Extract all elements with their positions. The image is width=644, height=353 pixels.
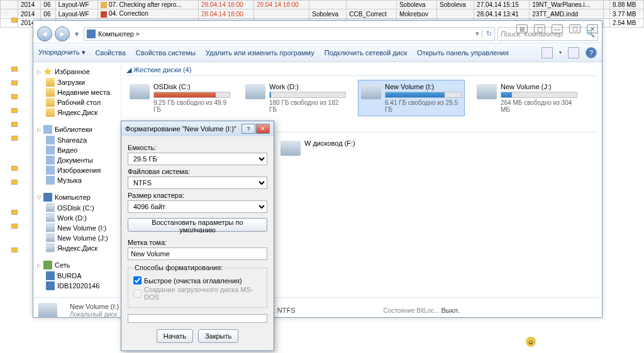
sidebar-item[interactable]: OSDisk (C:) — [33, 203, 121, 213]
status-bar: New Volume (I:) Исп...Локальный диск Сво… — [33, 297, 602, 322]
sidebar-item[interactable]: New Volume (I:) — [33, 223, 121, 233]
sidebar-item[interactable]: Музыка — [33, 175, 121, 185]
drive-item[interactable]: OSDisk (C:)9.25 ГБ свободно из 49.9 ГБ — [126, 80, 233, 116]
drive-icon — [245, 84, 265, 99]
sidebar-item[interactable]: Видео — [33, 145, 121, 155]
forward-button[interactable]: ► — [55, 26, 70, 41]
cluster-label: Размер кластера: — [128, 192, 267, 199]
background-table: 201406Layout-WF 07. Checking after repro… — [0, 0, 644, 16]
sidebar-item[interactable]: BURDA — [33, 271, 121, 281]
drive-item[interactable]: New Volume (I:)6.41 ГБ свободно из 29.5 … — [358, 80, 465, 116]
format-methods-group: Способы форматирования: Быстрое (очистка… — [128, 264, 267, 308]
dialog-close-button[interactable]: ✕ — [256, 124, 270, 134]
smiley-icon: ☺ — [526, 337, 536, 347]
sidebar-item[interactable]: Документы — [33, 155, 121, 165]
history-dropdown[interactable]: ▾ — [72, 26, 81, 41]
uninstall-button[interactable]: Удалить или изменить программу — [206, 49, 314, 57]
computer-icon — [87, 30, 96, 38]
sidebar-network[interactable]: ▷Сеть — [33, 259, 121, 271]
dvd-icon — [280, 141, 301, 156]
sidebar-item[interactable]: Изображения — [33, 165, 121, 175]
sidebar-item[interactable]: Рабочий стол — [33, 97, 121, 107]
sidebar-libraries[interactable]: ▷Библиотеки — [33, 124, 121, 135]
back-button[interactable]: ◄ — [37, 26, 52, 41]
restore-defaults-button[interactable]: Восстановить параметры по умолчанию — [128, 218, 267, 232]
explorer-window: ⊞ ▢ — ☐ ✕ ◄ ► ▾ Компьютер ▸ ▾ ↻ Поиск: К… — [33, 20, 602, 318]
sidebar-item[interactable]: Shareaza — [33, 135, 121, 145]
sidebar-item[interactable]: New Volume (J:) — [33, 233, 121, 243]
organize-button[interactable]: Упорядочить ▾ — [38, 48, 86, 57]
view2-icon[interactable]: ▢ — [534, 24, 545, 33]
drive-icon — [130, 84, 150, 99]
sidebar-item[interactable]: Загрузки — [33, 77, 121, 87]
address-bar[interactable]: Компьютер ▸ ▾ ↻ — [84, 27, 495, 41]
sidebar-item[interactable]: Яндекс.Диск — [33, 107, 121, 117]
drive-item[interactable]: Work (D:)180 ГБ свободно из 182 ГБ — [242, 80, 349, 116]
filesystem-select[interactable]: NTFS — [128, 176, 267, 189]
capacity-label: Емкость: — [128, 144, 267, 151]
sidebar-item[interactable]: Недавние места — [33, 87, 121, 97]
refresh-icon[interactable]: ↻ — [482, 30, 492, 38]
preview-pane-icon[interactable] — [568, 47, 579, 58]
volume-label-label: Метка тома: — [128, 239, 267, 246]
addr-dropdown-icon[interactable]: ▾ — [475, 30, 479, 38]
dialog-help-button[interactable]: ? — [242, 124, 255, 134]
maximize-button[interactable]: ☐ — [569, 24, 580, 33]
sidebar-item[interactable]: Яндекс.Диск — [33, 243, 121, 253]
msdos-boot-checkbox — [133, 290, 142, 298]
toolbar: Упорядочить ▾ Свойства Свойства системы … — [33, 43, 602, 62]
volume-label-input[interactable] — [128, 247, 267, 260]
progress-bar — [128, 314, 267, 323]
properties-button[interactable]: Свойства — [96, 49, 126, 57]
breadcrumb[interactable]: Компьютер — [98, 30, 134, 38]
capacity-select[interactable]: 29.5 ГБ — [128, 153, 267, 165]
sidebar-item[interactable]: Work (D:) — [33, 213, 121, 223]
control-panel-button[interactable]: Открыть панель управления — [417, 49, 508, 57]
format-dialog: Форматирование "New Volume (I:)" ? ✕ Емк… — [121, 121, 274, 351]
breadcrumb-sep: ▸ — [136, 30, 140, 38]
background-flags — [11, 18, 27, 261]
dialog-titlebar[interactable]: Форматирование "New Volume (I:)" ? ✕ — [121, 121, 274, 136]
help-icon[interactable]: ? — [586, 47, 597, 58]
sidebar: ▷Избранное ЗагрузкиНедавние местаРабочий… — [33, 62, 121, 297]
window-controls: ⊞ ▢ — ☐ ✕ — [516, 24, 598, 33]
status-drive-icon — [38, 303, 57, 318]
drive-icon — [477, 84, 497, 99]
cluster-select[interactable]: 4096 байт — [128, 200, 267, 213]
drive-icon — [361, 84, 381, 99]
start-button[interactable]: Начать — [157, 329, 193, 343]
sys-properties-button[interactable]: Свойства системы — [136, 49, 196, 57]
map-drive-button[interactable]: Подключить сетевой диск — [325, 49, 407, 57]
sidebar-computer[interactable]: ▽Компьютер — [33, 192, 121, 203]
section-hdd[interactable]: ◢ Жесткие диски (4) — [126, 65, 597, 76]
view-options-icon[interactable] — [541, 47, 553, 58]
close-dialog-button[interactable]: Закрыть — [198, 329, 238, 343]
drive-item[interactable]: New Volume (J:)264 МБ свободно из 304 МБ — [474, 80, 580, 116]
filesystem-label: Файловая система: — [128, 168, 267, 175]
sidebar-favorites[interactable]: ▷Избранное — [33, 66, 121, 77]
minimize-button[interactable]: — — [552, 24, 563, 33]
drive-removable[interactable]: W дисковод (F:) — [277, 136, 384, 159]
view-icon[interactable]: ⊞ — [516, 24, 528, 33]
quick-format-checkbox[interactable] — [133, 276, 142, 285]
sidebar-item[interactable]: IDB12020146 — [33, 281, 121, 291]
close-button[interactable]: ✕ — [587, 24, 598, 33]
